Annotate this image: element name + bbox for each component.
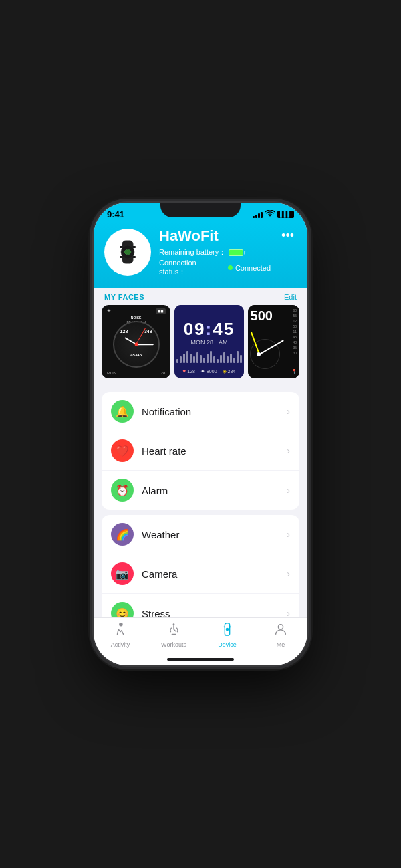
connection-value: Connected: [235, 264, 271, 272]
camera-label: Camera: [142, 568, 287, 580]
bar-8: [200, 355, 202, 363]
tab-device[interactable]: Device: [209, 622, 246, 648]
notification-icon-wrap: 🔔: [111, 400, 134, 423]
signal-bars: [253, 211, 263, 218]
wf2-cal: ◈ 234: [223, 368, 236, 374]
wf1-side-stats: 128 348: [108, 329, 164, 334]
bar-18: [233, 358, 235, 363]
menu-item-notification[interactable]: 🔔 Notification ›: [102, 392, 299, 431]
wf2-steps-val: 8000: [207, 369, 217, 374]
device-tab-label: Device: [218, 641, 237, 648]
s55: 55: [293, 314, 297, 318]
wf2-cal-icon: ◈: [223, 368, 227, 374]
svg-rect-10: [229, 626, 231, 627]
svg-rect-9: [224, 626, 226, 627]
tab-me[interactable]: Me: [263, 622, 299, 648]
wf1-date: 28: [161, 371, 166, 375]
tab-workouts[interactable]: Workouts: [156, 622, 192, 648]
watch-avatar: [104, 229, 151, 276]
wf3-clock-face: [250, 339, 280, 369]
s35: 35: [293, 346, 297, 350]
faces-label: MY FACES: [104, 293, 144, 301]
menu-section-1: 🔔 Notification › ❤️ Heart rate › ⏰: [102, 392, 299, 510]
minute-hand: [136, 344, 154, 345]
wf2-time: 09:45: [184, 320, 235, 338]
wf1-top-bar: ✳ ■■: [107, 308, 166, 314]
bar-19: [237, 351, 239, 363]
bar-4: [186, 351, 188, 363]
watch-face-3[interactable]: 500 60 55 12 50 11 45 40 35 30: [248, 305, 299, 378]
bar-3: [183, 354, 185, 363]
device-tab-icon: [220, 622, 235, 640]
stress-label: Stress: [142, 608, 287, 618]
wf2-heart: ♥ 128: [183, 368, 195, 374]
status-time: 9:41: [107, 209, 124, 219]
wf2-steps: ✦ 8000: [200, 368, 217, 374]
s50: 50: [293, 324, 297, 328]
scroll-content[interactable]: MY FACES Edit ✳ ■■ NOISEOfficial Certifi…: [94, 288, 307, 617]
notification-chevron: ›: [287, 406, 290, 417]
menu-item-heart-rate[interactable]: ❤️ Heart rate ›: [102, 431, 299, 471]
watch-avatar-icon: [111, 235, 144, 269]
connection-row: Connection status： Connected: [159, 259, 271, 277]
heart-rate-label: Heart rate: [142, 445, 287, 457]
bar-6: [193, 356, 195, 363]
more-button[interactable]: •••: [279, 227, 297, 244]
me-tab-label: Me: [277, 641, 285, 648]
menu-item-alarm[interactable]: ⏰ Alarm ›: [102, 471, 299, 510]
bar-2: [180, 356, 182, 363]
tab-bar: Activity Workouts: [94, 617, 307, 653]
bar-11: [210, 351, 212, 363]
wf1-battery: ■■: [156, 308, 165, 314]
wf2-ampm: AM: [219, 339, 228, 346]
heart-rate-chevron: ›: [287, 445, 290, 456]
workouts-tab-label: Workouts: [161, 641, 186, 648]
heart-rate-icon: ❤️: [116, 445, 129, 457]
bar-5: [190, 354, 192, 363]
s11: 11: [293, 330, 297, 334]
bar-17: [230, 354, 232, 363]
app-title: HaWoFit: [159, 227, 271, 245]
battery-label: Remaining battery：: [159, 247, 226, 257]
watch-face-2-content: 09:45 MON 28 AM: [174, 305, 243, 378]
center-dot: [134, 343, 138, 346]
watch-face-2[interactable]: 09:45 MON 28 AM: [174, 305, 243, 378]
wf3-location: 📍: [291, 369, 297, 374]
camera-icon-wrap: 📷: [111, 562, 134, 585]
bar-10: [207, 354, 209, 363]
watch-face-1[interactable]: ✳ ■■ NOISEOfficial Certified 45345: [102, 305, 170, 378]
camera-chevron: ›: [287, 568, 290, 579]
s12: 12: [293, 319, 297, 323]
menu-section-2: 🌈 Weather › 📷 Camera › 😊 Stress: [102, 515, 299, 617]
phone-screen: 9:41 ▌▌▌: [94, 203, 307, 665]
wf3-number: 500: [251, 308, 273, 324]
wf3-scale: 60 55 12 50 11 45 40 35 30: [293, 308, 297, 355]
me-tab-icon: [273, 622, 288, 640]
tab-activity[interactable]: Activity: [102, 622, 139, 648]
faces-row: ✳ ■■ NOISEOfficial Certified 45345: [94, 305, 307, 387]
watch-face-1-content: ✳ ■■ NOISEOfficial Certified 45345: [102, 305, 170, 378]
phone-frame: 9:41 ▌▌▌: [94, 203, 307, 665]
bar-13: [217, 359, 219, 363]
alarm-chevron: ›: [287, 485, 290, 496]
home-bar: [167, 658, 234, 661]
s60: 60: [293, 308, 297, 312]
app-header: HaWoFit Remaining battery： Connection st…: [94, 222, 307, 288]
home-indicator: [94, 653, 307, 665]
weather-chevron: ›: [287, 529, 290, 540]
connection-dot: [228, 265, 233, 270]
faces-edit-button[interactable]: Edit: [284, 293, 297, 301]
bar-1: [176, 359, 178, 363]
wf3-hour-hand: [251, 332, 261, 354]
watch-face-3-content: 500 60 55 12 50 11 45 40 35 30: [248, 305, 299, 378]
header-info: HaWoFit Remaining battery： Connection st…: [159, 227, 271, 277]
wf2-steps-icon: ✦: [200, 368, 205, 374]
wf2-cal-val: 234: [228, 369, 236, 374]
menu-item-stress[interactable]: 😊 Stress ›: [102, 594, 299, 617]
signal-bar-2: [255, 215, 257, 218]
weather-icon: 🌈: [116, 528, 129, 541]
menu-item-camera[interactable]: 📷 Camera ›: [102, 554, 299, 594]
activity-tab-icon: [113, 622, 128, 640]
menu-item-weather[interactable]: 🌈 Weather ›: [102, 515, 299, 554]
alarm-icon: ⏰: [116, 484, 129, 497]
